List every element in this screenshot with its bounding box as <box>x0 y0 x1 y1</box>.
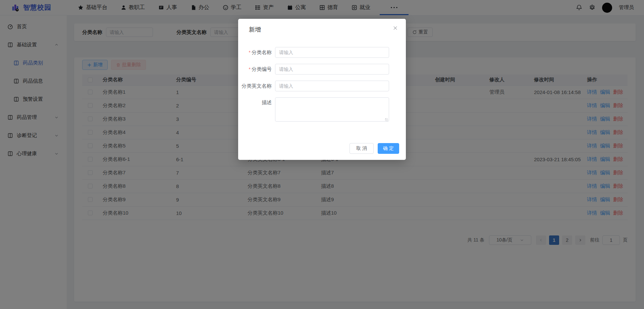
required-asterisk: * <box>249 50 251 55</box>
dialog-form: *分类名称*分类编号分类英文名称描述 <box>238 47 406 123</box>
field-label: 分类英文名称 <box>238 83 275 89</box>
field-label: 描述 <box>238 99 275 106</box>
field-label: *分类编号 <box>238 66 275 73</box>
required-asterisk: * <box>249 67 251 72</box>
field-label: *分类名称 <box>238 49 275 56</box>
dialog-header: 新增 <box>238 19 406 34</box>
field-input-分类英文名称[interactable] <box>275 81 389 91</box>
close-icon[interactable] <box>393 26 398 31</box>
form-row-分类编号: *分类编号 <box>238 64 406 75</box>
confirm-button[interactable]: 确 定 <box>378 143 399 154</box>
description-textarea[interactable] <box>275 97 389 122</box>
textarea-wrap <box>275 97 389 123</box>
field-input-分类名称[interactable] <box>275 47 389 58</box>
dialog-footer: 取 消 确 定 <box>238 143 406 154</box>
cancel-button[interactable]: 取 消 <box>350 143 374 154</box>
dialog-title: 新增 <box>249 26 261 34</box>
field-input-分类编号[interactable] <box>275 64 389 75</box>
form-row-分类名称: *分类名称 <box>238 47 406 58</box>
add-dialog: 新增 *分类名称*分类编号分类英文名称描述 取 消 确 定 <box>238 19 406 160</box>
form-row-分类英文名称: 分类英文名称 <box>238 81 406 91</box>
form-row-描述: 描述 <box>238 97 406 123</box>
